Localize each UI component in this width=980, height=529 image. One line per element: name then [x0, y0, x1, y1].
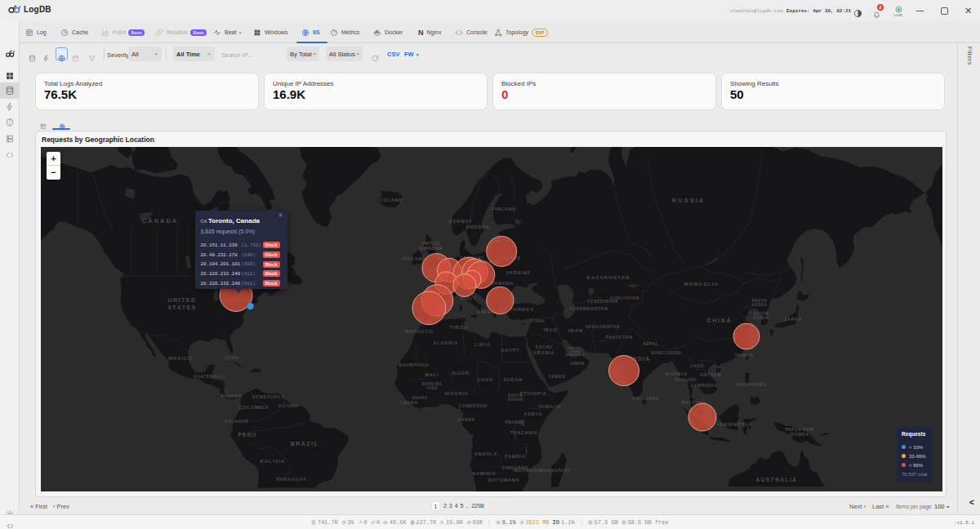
svg-text:NEPAL: NEPAL	[643, 341, 659, 346]
svg-text:RWANDA: RWANDA	[505, 420, 523, 425]
svg-text:CAMBODIA: CAMBODIA	[691, 383, 717, 388]
svg-text:UKRAINE: UKRAINE	[506, 270, 532, 275]
svg-text:GHANA: GHANA	[412, 396, 428, 400]
svg-text:CHAD: CHAD	[477, 377, 492, 382]
svg-text:OMAN: OMAN	[570, 361, 585, 366]
svg-text:EMIRATES: EMIRATES	[566, 353, 585, 357]
svg-text:SRI LANKA: SRI LANKA	[633, 396, 660, 401]
svg-text:PERU: PERU	[238, 432, 257, 438]
svg-text:ZAMBIA: ZAMBIA	[505, 454, 526, 459]
svg-text:FINLAND: FINLAND	[492, 207, 516, 211]
svg-text:MONGOLIA: MONGOLIA	[684, 282, 719, 287]
svg-text:MEXICO: MEXICO	[168, 356, 193, 361]
svg-text:TURKMENISTAN: TURKMENISTAN	[570, 306, 608, 311]
svg-text:MYANMAR: MYANMAR	[666, 372, 688, 376]
svg-text:ARABIA: ARABIA	[533, 350, 555, 355]
svg-text:SUDAN: SUDAN	[508, 398, 523, 402]
svg-text:CAMEROON: CAMEROON	[459, 403, 488, 408]
svg-text:AUSTRALIA: AUSTRALIA	[755, 477, 797, 482]
svg-text:KOREA: KOREA	[754, 316, 769, 320]
svg-text:JAPAN: JAPAN	[784, 317, 802, 322]
svg-text:IRAN: IRAN	[568, 328, 584, 333]
svg-text:STATES: STATES	[167, 305, 197, 310]
svg-text:GUINEA: GUINEA	[790, 432, 808, 437]
svg-text:PARAGUAY: PARAGUAY	[277, 477, 307, 482]
svg-text:GABON: GABON	[457, 417, 475, 422]
svg-text:RUSSIA: RUSSIA	[672, 197, 705, 204]
svg-text:FASO: FASO	[426, 386, 438, 390]
svg-text:AFGHANISTAN: AFGHANISTAN	[586, 324, 621, 329]
svg-text:VIETNAM: VIETNAM	[700, 372, 722, 377]
svg-text:BANGLADESH: BANGLADESH	[652, 351, 682, 355]
svg-text:TAIWAN: TAIWAN	[735, 353, 754, 358]
svg-text:ALGERIA: ALGERIA	[434, 340, 458, 345]
svg-text:TURKEY: TURKEY	[510, 307, 535, 312]
svg-text:ICELAND: ICELAND	[378, 198, 403, 202]
svg-text:PHILIPPINES: PHILIPPINES	[736, 382, 767, 387]
svg-text:CANADA: CANADA	[142, 217, 179, 224]
svg-text:CUBA: CUBA	[225, 355, 239, 360]
svg-text:SWEDEN: SWEDEN	[466, 224, 490, 229]
svg-text:BOTSWANA: BOTSWANA	[488, 478, 519, 482]
svg-text:ROMANIA: ROMANIA	[491, 281, 514, 286]
svg-text:BOLIVIA: BOLIVIA	[260, 459, 285, 464]
svg-text:KYRGYZSTAN: KYRGYZSTAN	[610, 296, 639, 300]
svg-text:NORWAY: NORWAY	[449, 219, 473, 224]
svg-text:SYRIA: SYRIA	[530, 318, 545, 323]
svg-text:COLOMBIA: COLOMBIA	[239, 405, 269, 410]
svg-text:ECUADOR: ECUADOR	[225, 419, 248, 424]
svg-text:MOROCCO: MOROCCO	[405, 329, 434, 334]
svg-text:KOREA: KOREA	[752, 303, 768, 307]
svg-text:GUATEMALA: GUATEMALA	[194, 374, 224, 379]
svg-text:ETHIOPIA: ETHIOPIA	[520, 391, 546, 396]
svg-text:LAOS: LAOS	[691, 363, 704, 368]
svg-text:YEMEN: YEMEN	[549, 374, 566, 379]
svg-text:ANGOLA: ANGOLA	[474, 451, 498, 456]
svg-text:SOMALIA: SOMALIA	[538, 404, 560, 409]
svg-text:CHINA: CHINA	[706, 318, 732, 323]
svg-text:MADAGASCAR: MADAGASCAR	[539, 469, 570, 473]
svg-text:BRAZIL: BRAZIL	[291, 441, 319, 447]
svg-text:SAUDI: SAUDI	[535, 345, 552, 349]
svg-text:THAILAND: THAILAND	[675, 378, 697, 382]
svg-text:LIBERIA: LIBERIA	[400, 401, 418, 405]
svg-text:INDONESIA: INDONESIA	[717, 422, 753, 427]
svg-text:PAKISTAN: PAKISTAN	[605, 335, 633, 340]
svg-text:LIBYA: LIBYA	[474, 342, 491, 347]
svg-text:NIGERIA: NIGERIA	[445, 391, 469, 396]
svg-text:KINGDOM: KINGDOM	[420, 246, 443, 251]
svg-text:SUDAN: SUDAN	[503, 377, 523, 382]
svg-text:UNITED: UNITED	[167, 297, 196, 303]
svg-text:GUYANA: GUYANA	[278, 403, 299, 408]
svg-text:TUNISIA: TUNISIA	[449, 325, 469, 330]
svg-text:IRAQ: IRAQ	[544, 327, 558, 332]
svg-text:KENYA: KENYA	[524, 411, 543, 416]
svg-text:IRELAND: IRELAND	[402, 256, 426, 261]
svg-text:EGYPT: EGYPT	[501, 348, 520, 353]
svg-text:KAZAKHSTAN: KAZAKHSTAN	[586, 275, 630, 280]
svg-text:PANAMA: PANAMA	[220, 393, 241, 398]
svg-text:MALI: MALI	[425, 372, 439, 377]
svg-text:NIGER: NIGER	[452, 371, 469, 376]
svg-text:NAMIBIA: NAMIBIA	[472, 471, 496, 476]
svg-text:TANZANIA: TANZANIA	[510, 430, 538, 435]
svg-text:VENEZUELA: VENEZUELA	[252, 394, 286, 399]
svg-text:MAURITANIA: MAURITANIA	[399, 362, 429, 367]
